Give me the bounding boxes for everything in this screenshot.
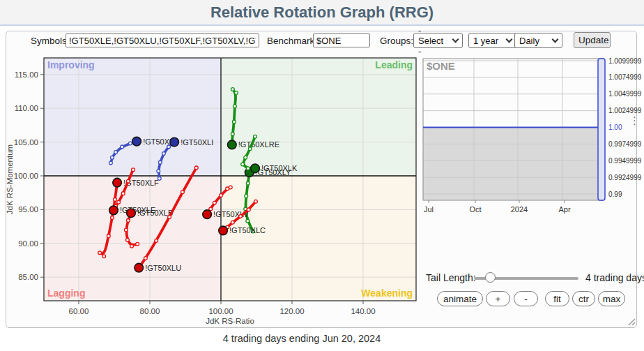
max-button[interactable]: max <box>598 291 625 306</box>
resize-grip-icon[interactable] <box>626 316 636 326</box>
trail-point <box>155 239 158 243</box>
trail-point <box>220 194 223 197</box>
trail-point <box>126 179 130 183</box>
frequency-select-value: Daily <box>519 36 539 46</box>
symbol-label[interactable]: !GT50XLK <box>261 164 298 172</box>
trail-point <box>194 166 198 170</box>
quadrant-label-leading: Leading <box>375 59 413 70</box>
trail-point <box>124 228 128 232</box>
trail-point <box>247 208 250 211</box>
range-handle[interactable] <box>598 59 605 200</box>
y-tick-label: 90.00 <box>18 239 38 248</box>
trail-point <box>213 201 216 204</box>
rrg-chart: 60.0080.00100.00120.00140.0085.0090.0095… <box>0 52 422 331</box>
x-axis-label: Jul <box>424 205 434 214</box>
trail-point <box>231 133 234 136</box>
drag-handle-icon[interactable]: ⋮ <box>629 117 640 124</box>
chevron-down-icon <box>452 36 459 43</box>
trail-point <box>111 216 114 220</box>
symbol-label[interactable]: !GT50XLC <box>229 226 266 234</box>
y-tick-label: 115.00 <box>15 70 38 79</box>
benchmark-chart: 1.00999991.00749991.00499991.00249991.00… <box>418 52 644 216</box>
zoom-in-button[interactable]: + <box>486 291 510 306</box>
symbol-point[interactable] <box>127 209 136 218</box>
quadrant-label-lagging: Lagging <box>47 287 85 299</box>
x-tick-label: 80.00 <box>140 307 160 315</box>
trail-point <box>245 195 248 198</box>
zoom-out-button[interactable]: - <box>514 291 538 306</box>
trail-point <box>246 219 250 223</box>
chart-caption: 4 trading days ending Jun 20, 2024 <box>0 333 604 344</box>
trail-point <box>239 215 243 218</box>
symbol-point[interactable] <box>113 178 122 187</box>
symbol-label[interactable]: !GT50XLI <box>181 138 213 147</box>
trail-point <box>248 147 252 151</box>
trail-point <box>130 244 134 248</box>
trail-point <box>244 156 247 159</box>
ctr-button[interactable]: ctr <box>572 291 595 306</box>
trail-point <box>111 156 114 159</box>
update-button[interactable]: Update <box>574 32 611 48</box>
tail-length-slider-handle[interactable] <box>485 272 496 283</box>
trail-point <box>246 167 250 170</box>
groups-select[interactable]: - Select - <box>413 33 463 48</box>
benchmark-input[interactable] <box>313 33 370 47</box>
groups-select-value: - Select - <box>418 25 449 57</box>
trail-point <box>246 181 250 185</box>
symbols-input[interactable] <box>66 33 259 47</box>
trail-point <box>233 105 236 108</box>
y-axis-label: 0.99 <box>608 191 622 198</box>
period-select[interactable]: 1 year <box>468 33 516 48</box>
quadrant-leading <box>221 58 416 176</box>
trail-point <box>109 161 113 165</box>
trail-point <box>167 145 171 149</box>
symbol-point[interactable] <box>219 226 228 235</box>
x-tick-label: 60.00 <box>69 307 89 315</box>
trail-point <box>132 168 135 172</box>
x-tick-label: 120.00 <box>279 307 304 315</box>
symbol-point[interactable] <box>203 210 212 219</box>
groups-label: Groups: <box>380 36 413 46</box>
x-tick-label: 100.00 <box>208 307 233 315</box>
symbol-point[interactable] <box>135 263 144 272</box>
tail-length-label: Tail Length: <box>426 272 476 283</box>
quadrant-improving <box>44 58 221 176</box>
symbol-point[interactable] <box>170 137 179 147</box>
y-axis-label: 1.00 <box>608 124 622 131</box>
symbol-point[interactable] <box>228 140 237 149</box>
x-axis-label: 2024 <box>511 205 528 214</box>
frequency-select[interactable]: Daily <box>514 33 562 48</box>
symbol-label[interactable]: !GT50XLRE <box>238 140 279 149</box>
trail-point <box>158 160 162 164</box>
symbol-point[interactable] <box>251 164 260 173</box>
chevron-down-icon <box>506 36 513 43</box>
tail-length-value: 4 trading days <box>585 272 644 283</box>
symbol-label[interactable]: !GT50XLU <box>145 264 181 272</box>
fit-button[interactable]: fit <box>545 291 569 306</box>
y-axis-label: 1.0024999 <box>608 107 642 114</box>
trail-point <box>121 192 125 195</box>
trail-point <box>117 200 121 204</box>
trail-point <box>254 200 258 203</box>
y-tick-label: 95.00 <box>18 205 38 214</box>
trail-point <box>136 242 139 246</box>
trail-point <box>125 239 129 242</box>
trail-point <box>254 135 257 138</box>
y-axis-label: 0.9949999 <box>608 157 642 165</box>
quadrant-weakening <box>221 176 416 301</box>
benchmark-symbol-label: $ONE <box>427 60 455 72</box>
symbol-point[interactable] <box>132 137 141 146</box>
trail-point <box>231 88 234 91</box>
animate-button[interactable]: animate <box>437 291 483 306</box>
quadrant-label-weakening: Weakening <box>361 287 413 299</box>
symbol-point[interactable] <box>109 206 118 215</box>
x-axis-label: Apr <box>558 205 570 214</box>
trail-point <box>114 197 117 201</box>
trail-point <box>162 152 165 156</box>
y-tick-label: 100.00 <box>14 172 38 180</box>
y-axis-label: 1.0099999 <box>608 57 642 65</box>
trail-point <box>107 234 110 238</box>
x-tick-label: 140.00 <box>351 307 375 315</box>
trail-point <box>226 187 229 191</box>
area-fill <box>423 128 604 201</box>
